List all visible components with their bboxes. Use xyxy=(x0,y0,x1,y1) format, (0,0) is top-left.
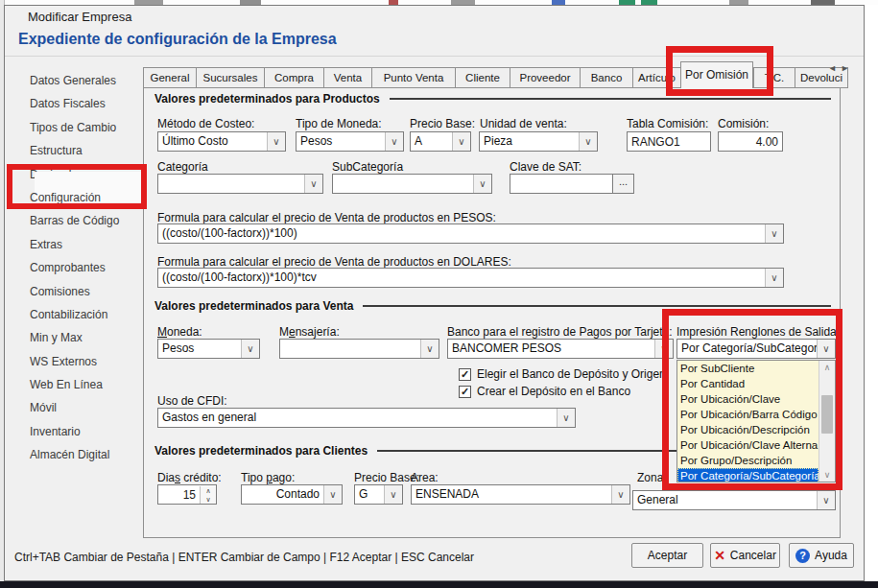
tab-sucursales[interactable]: Sucursales xyxy=(196,67,264,88)
chevron-down-icon[interactable]: ∨ xyxy=(323,485,342,504)
chevron-down-icon[interactable]: ∨ xyxy=(765,224,783,243)
zona-select[interactable]: General ∨ xyxy=(632,490,836,510)
sidebar-item-comprobantes[interactable]: Comprobantes xyxy=(30,256,145,279)
dropdown-option-ubicacion-clave[interactable]: Por Ubicación/Clave xyxy=(677,391,819,407)
banco-tarjeta-select[interactable]: BANCOMER PESOS ∨ xyxy=(447,339,674,359)
dropdown-option-subcliente[interactable]: Por SubCliente xyxy=(677,361,819,376)
precio-base-clientes-select[interactable]: G ∨ xyxy=(354,484,403,505)
chevron-down-icon[interactable]: ∨ xyxy=(384,485,402,504)
tab-por-omision[interactable]: Por Omisión xyxy=(680,61,753,88)
subcategoria-select[interactable]: ∨ xyxy=(332,174,492,194)
tab-banco[interactable]: Banco xyxy=(580,67,632,88)
moneda-select[interactable]: Pesos ∨ xyxy=(157,339,260,359)
dropdown-option-ubicacion-clave-alterna[interactable]: Por Ubicación/Clave Alterna xyxy=(677,437,819,453)
scrollbar-thumb[interactable] xyxy=(821,395,833,434)
impresion-select[interactable]: Por Categoría/SubCategoría ∨ xyxy=(676,339,836,359)
categoria-value xyxy=(158,175,304,193)
sidebar-item-contabilizacion[interactable]: Contabilización xyxy=(30,303,145,326)
dropdown-option-ubicacion-descripcion[interactable]: Por Ubicación/Descripción xyxy=(677,422,819,437)
scroll-down-icon[interactable]: ∨ xyxy=(824,468,831,482)
sidebar-item-extras[interactable]: Extras xyxy=(30,233,145,256)
chevron-down-icon[interactable]: ∨ xyxy=(611,485,629,504)
check-icon: ✓ xyxy=(461,387,469,397)
area-select[interactable]: ENSENADA ∨ xyxy=(411,484,630,505)
tab-venta[interactable]: Venta xyxy=(323,67,371,88)
dropdown-option-categoria-subcategoria[interactable]: Por Categoría/SubCategoría xyxy=(677,468,819,482)
precio-base-select[interactable]: A ∨ xyxy=(410,131,471,152)
dropdown-option-ubicacion-barra-codigo[interactable]: Por Ubicación/Barra Código xyxy=(677,407,819,422)
chevron-down-icon[interactable]: ∨ xyxy=(654,340,673,358)
page-title: Expediente de configuración de la Empres… xyxy=(18,31,337,48)
tipo-moneda-value: Pesos xyxy=(297,132,385,151)
stepper-buttons[interactable]: ∧∨ xyxy=(200,486,216,504)
spinner-up-icon[interactable]: ∧ xyxy=(201,486,216,495)
tipo-pago-select[interactable]: Contado ∨ xyxy=(241,484,343,505)
scroll-up-icon[interactable]: ∧ xyxy=(824,361,831,374)
chevron-down-icon[interactable]: ∨ xyxy=(817,491,835,509)
tab-compra[interactable]: Compra xyxy=(264,67,323,88)
chevron-down-icon[interactable]: ∨ xyxy=(579,132,597,151)
sidebar-item-almacen-digital[interactable]: Almacén Digital xyxy=(30,443,145,466)
tab-tc[interactable]: T.C. xyxy=(753,67,795,88)
cancelar-button[interactable]: ✕Cancelar xyxy=(710,543,780,568)
sidebar-item-tipos-de-cambio[interactable]: Tipos de Cambio xyxy=(30,116,145,139)
spinner-down-icon[interactable]: ∨ xyxy=(201,495,216,504)
clave-sat-input[interactable]: ... xyxy=(510,174,634,194)
categoria-label: Categoría xyxy=(157,160,208,174)
sidebar-item-min-y-max[interactable]: Min y Max xyxy=(30,326,145,349)
mensajeria-select[interactable]: ∨ xyxy=(279,339,439,359)
tab-scroll-left-icon[interactable]: ◄ xyxy=(828,63,841,73)
tab-proveedor[interactable]: Proveedor xyxy=(510,67,580,88)
categoria-select[interactable]: ∨ xyxy=(157,174,323,194)
sidebar-item-ws-externos[interactable]: WS Externos xyxy=(30,350,145,373)
group-productos: Valores predeterminados para Productos xyxy=(154,92,831,106)
comision-input[interactable]: 4.00 xyxy=(718,131,783,152)
formula-pesos-select[interactable]: ((costo/(100-factorx))*100) ∨ xyxy=(157,223,784,244)
chevron-down-icon[interactable]: ∨ xyxy=(452,132,470,151)
chevron-down-icon[interactable]: ∨ xyxy=(385,132,403,151)
formula-dolares-select[interactable]: ((costo/(100-factorx))*100)*tcv ∨ xyxy=(157,268,784,288)
sidebar-item-web-en-linea[interactable]: Web En Línea xyxy=(30,373,145,396)
chevron-down-icon[interactable]: ∨ xyxy=(473,175,491,193)
sidebar-item-estructura[interactable]: Estructura xyxy=(30,139,145,162)
sidebar-item-datos-fiscales[interactable]: Datos Fiscales xyxy=(30,92,145,115)
dropdown-scrollbar[interactable]: ∧ ∨ xyxy=(819,361,835,482)
uso-cfdi-select[interactable]: Gastos en general ∨ xyxy=(157,408,576,428)
chevron-down-icon[interactable]: ∨ xyxy=(241,340,259,358)
ayuda-button[interactable]: ?Ayuda xyxy=(789,543,854,568)
tipo-moneda-select[interactable]: Pesos ∨ xyxy=(296,131,404,152)
dias-credito-stepper[interactable]: 15 ∧∨ xyxy=(157,484,217,505)
sidebar-item-datos-generales[interactable]: Datos Generales xyxy=(30,69,145,92)
tab-scroll-right-icon[interactable]: ► xyxy=(841,63,853,73)
chevron-down-icon[interactable]: ∨ xyxy=(765,269,783,287)
sidebar-item-comisiones[interactable]: Comisiones xyxy=(30,280,145,303)
sidebar-item-barras-de-codigo[interactable]: Barras de Código xyxy=(30,209,145,232)
tabla-comision-label: Tabla Comisión: xyxy=(627,117,708,130)
checkbox-elegir-banco-deposito[interactable]: ✓ Elegir el Banco de Depósito y Origen xyxy=(459,367,666,381)
sidebar-item-inventario[interactable]: Inventario xyxy=(30,420,145,443)
precio-base-value: A xyxy=(411,132,452,151)
ellipsis-button[interactable]: ... xyxy=(612,175,633,193)
dropdown-option-grupo-descripcion[interactable]: Por Grupo/Descripción xyxy=(677,453,819,468)
sidebar-item-configuracion[interactable]: Configuración xyxy=(30,186,145,209)
aceptar-button[interactable]: Aceptar xyxy=(631,543,703,568)
unidad-venta-select[interactable]: Pieza ∨ xyxy=(479,131,598,152)
chevron-down-icon[interactable]: ∨ xyxy=(557,409,575,427)
tab-general[interactable]: General xyxy=(143,67,196,88)
zona-label: Zona xyxy=(637,471,663,484)
sidebar-item-movil[interactable]: Móvil xyxy=(30,396,145,419)
metodo-costeo-select[interactable]: Último Costo ∨ xyxy=(157,131,286,152)
checkbox-icon: ✓ xyxy=(459,368,471,381)
chevron-down-icon[interactable]: ∨ xyxy=(420,340,439,358)
tab-articulo[interactable]: Artículo xyxy=(632,67,680,88)
tabla-comision-input[interactable]: RANGO1 xyxy=(627,131,711,152)
chevron-down-icon[interactable]: ∨ xyxy=(267,132,285,151)
checkbox-crear-deposito[interactable]: ✓ Crear el Depósito en el Banco xyxy=(459,385,630,398)
tab-punto-venta[interactable]: Punto Venta xyxy=(371,67,455,88)
chevron-down-icon[interactable]: ∨ xyxy=(817,340,835,358)
dropdown-option-cantidad[interactable]: Por Cantidad xyxy=(677,376,819,391)
area-label: Area: xyxy=(411,471,439,484)
chevron-down-icon[interactable]: ∨ xyxy=(304,175,322,193)
tab-cliente[interactable]: Cliente xyxy=(455,67,510,88)
checkbox-label: Crear el Depósito en el Banco xyxy=(477,385,630,398)
